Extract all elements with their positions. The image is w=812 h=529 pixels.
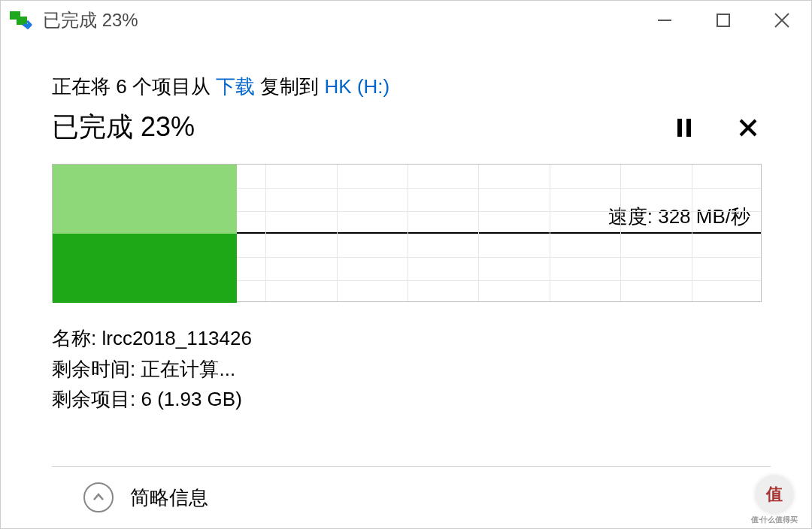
collapse-details-button[interactable] <box>83 482 114 512</box>
watermark-char: 值 <box>766 483 783 506</box>
window-title: 已完成 23% <box>43 8 138 32</box>
chart-gridline-vertical <box>337 165 338 301</box>
svg-rect-6 <box>677 119 682 137</box>
detail-remaining-time-label: 剩余时间: <box>52 358 141 380</box>
dialog-body: 正在将 6 个项目从 下载 复制到 HK (H:) 已完成 23% 速度: 32… <box>1 40 811 528</box>
progress-status-text: 已完成 23% <box>52 109 195 146</box>
speed-label: 速度: 328 MB/秒 <box>608 204 750 233</box>
copy-operation-icon <box>10 9 32 32</box>
transfer-speed-chart: 速度: 328 MB/秒 <box>52 164 762 302</box>
source-link[interactable]: 下载 <box>216 75 255 98</box>
chart-gridline-vertical <box>408 165 408 301</box>
footer-inner: 简略信息 <box>52 467 771 528</box>
pause-button[interactable] <box>676 117 692 138</box>
detail-remaining-items-value: 6 (1.93 GB) <box>141 388 241 410</box>
transfer-details: 名称: lrcc2018_113426 剩余时间: 正在计算... 剩余项目: … <box>52 323 771 414</box>
copy-middle: 复制到 <box>255 75 324 98</box>
copy-progress-window: 已完成 23% 正在将 6 个项目从 下载 复制到 HK (H:) 已完成 23… <box>0 0 812 529</box>
status-row: 已完成 23% <box>52 109 771 146</box>
window-buttons <box>635 1 811 40</box>
svg-rect-3 <box>717 14 729 26</box>
detail-remaining-time-value: 正在计算... <box>141 358 235 380</box>
cancel-button[interactable] <box>738 117 759 138</box>
detail-name-label: 名称: <box>52 327 102 349</box>
footer-toggle-label[interactable]: 简略信息 <box>130 485 208 511</box>
footer: 简略信息 <box>52 466 771 528</box>
chart-gridline-vertical <box>692 165 692 301</box>
detail-remaining-items-label: 剩余项目: <box>52 388 141 410</box>
svg-rect-1 <box>17 17 27 25</box>
detail-name-value: lrcc2018_113426 <box>102 327 252 349</box>
detail-remaining-time: 剩余时间: 正在计算... <box>52 354 771 384</box>
chart-gridline-vertical <box>265 165 266 301</box>
chart-fill-progress <box>53 234 237 303</box>
detail-name: 名称: lrcc2018_113426 <box>52 323 771 353</box>
progress-actions <box>676 117 771 138</box>
detail-remaining-items: 剩余项目: 6 (1.93 GB) <box>52 384 771 414</box>
minimize-button[interactable] <box>635 1 694 40</box>
titlebar: 已完成 23% <box>1 1 811 40</box>
chart-gridline-vertical <box>550 165 550 301</box>
watermark-sub: 值·什么值得买 <box>729 515 812 525</box>
chart-fill-history <box>53 165 237 234</box>
chart-gridline-vertical <box>478 165 479 301</box>
copy-description: 正在将 6 个项目从 下载 复制到 HK (H:) <box>52 73 771 100</box>
destination-link[interactable]: HK (H:) <box>325 75 390 98</box>
copy-prefix: 正在将 6 个项目从 <box>52 75 216 98</box>
close-window-button[interactable] <box>753 1 811 40</box>
watermark-badge: 值 值·什么值得买 <box>756 476 793 513</box>
chart-gridline-vertical <box>620 165 621 301</box>
maximize-button[interactable] <box>694 1 753 40</box>
svg-rect-7 <box>686 119 691 137</box>
